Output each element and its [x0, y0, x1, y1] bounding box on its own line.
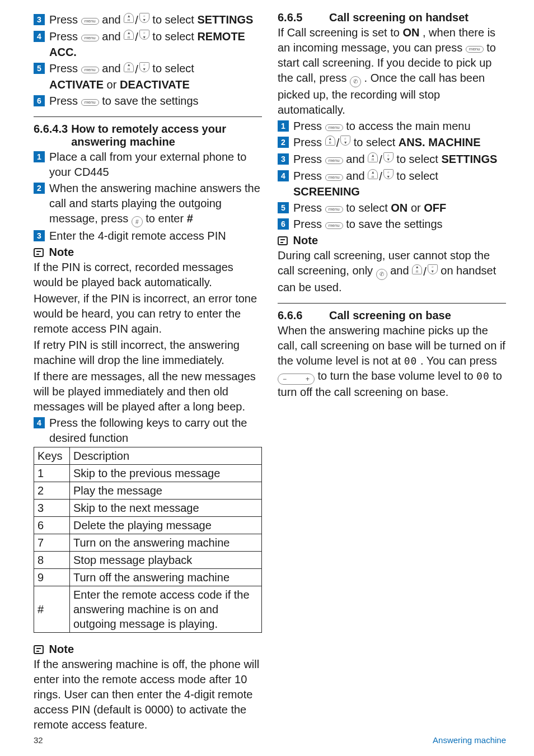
hs-step-5: 5 Press menu to select ON or OFF: [278, 200, 506, 216]
note-label: Note: [49, 246, 74, 258]
section-6-6-6: 6.6.6 Call screening on base: [278, 309, 506, 322]
note-text: During call screening, user cannot stop …: [278, 248, 506, 295]
step-number: 4: [278, 170, 289, 181]
step-number: 3: [34, 14, 45, 25]
step-number: 1: [278, 120, 289, 132]
text: to select: [152, 30, 197, 43]
menu-icon: menu: [81, 18, 99, 25]
note-heading: Note: [34, 246, 262, 259]
text: to select: [152, 62, 194, 74]
text: and: [102, 62, 124, 74]
section-title: Call screening on base: [329, 309, 451, 322]
header-keys: Keys: [34, 447, 70, 465]
table-header-row: Keys Description: [34, 447, 262, 465]
step-6: 6 Press menu to save the settings: [34, 94, 262, 109]
text: to select: [152, 13, 197, 26]
text: Press: [49, 62, 81, 74]
note-icon: [34, 248, 44, 257]
hs-step-6: 6 Press menu to save the settings: [278, 217, 506, 232]
up-down-icon: ▲R/⌕▼: [412, 264, 438, 279]
target: SETTINGS: [197, 13, 253, 26]
step-number: 6: [34, 95, 45, 106]
intro-text: If Call screening is set to ON , when th…: [278, 25, 506, 118]
header-desc: Description: [70, 447, 262, 465]
table-row: 9Turn off the answering machine: [34, 569, 262, 586]
remote-step-4: 4 Press the following keys to carry out …: [34, 416, 262, 446]
hs-step-3: 3 Press menu and ▲R/⌕▼ to select SETTING…: [278, 152, 506, 167]
menu-icon: menu: [466, 46, 484, 53]
step-number: 2: [278, 137, 289, 148]
table-row: 7Turn on the answering machine: [34, 534, 262, 552]
step-5: 5 Press menu and ▲R/⌕▼ to select ACTIVAT…: [34, 61, 262, 92]
menu-icon: menu: [325, 206, 343, 213]
page-footer: 32 Answering machine: [34, 735, 506, 745]
section-number: 6.6.6: [278, 309, 324, 322]
call-icon: ✆: [376, 269, 387, 280]
menu-icon: menu: [81, 35, 99, 41]
text: Place a call from your external phone to…: [49, 150, 262, 180]
up-down-icon: ▲R/⌕▼: [325, 136, 351, 151]
text: to save the settings: [102, 95, 198, 107]
text: Press the following keys to carry out th…: [49, 416, 262, 446]
remote-step-1: 1 Place a call from your external phone …: [34, 150, 262, 180]
target: ACTIVATE: [49, 78, 104, 91]
target: DEACTIVATE: [120, 78, 190, 91]
table-row: 1Skip to the previous message: [34, 465, 262, 482]
left-column: 3 Press menu and ▲R/⌕▼ to select SETTING…: [34, 11, 262, 734]
section-title: How to remotely access your answering ma…: [71, 123, 262, 148]
note-heading: Note: [278, 234, 506, 247]
volume-rocker-icon: −+: [278, 374, 315, 385]
note-label: Note: [49, 643, 74, 655]
table-row: 2Play the message: [34, 482, 262, 500]
table-row: 6Delete the playing message: [34, 517, 262, 534]
text: Enter the 4-digit remote access PIN: [49, 228, 262, 244]
text: Press: [49, 95, 81, 107]
step-number: 3: [278, 153, 289, 165]
up-down-icon: ▲R/⌕▼: [368, 169, 394, 184]
keys-table: Keys Description 1Skip to the previous m…: [34, 447, 262, 633]
menu-icon: menu: [81, 67, 99, 73]
footer-label: Answering machine: [433, 735, 506, 745]
step-number: 1: [34, 151, 45, 162]
menu-icon: menu: [325, 157, 343, 164]
menu-icon: menu: [325, 124, 343, 131]
note-icon: [34, 645, 44, 654]
volume-value: 00: [476, 370, 490, 382]
text: Press: [49, 13, 81, 26]
up-down-icon: ▲R/⌕▼: [368, 152, 394, 167]
section-6-6-4-3: 6.6.4.3 How to remotely access your answ…: [34, 123, 262, 148]
text: Press: [49, 30, 81, 43]
note-heading: Note: [34, 643, 262, 656]
step-3: 3 Press menu and ▲R/⌕▼ to select SETTING…: [34, 12, 262, 28]
body-text: When the answering machine picks up the …: [278, 323, 506, 400]
note-text: If retry PIN is still incorrect, the ans…: [34, 338, 262, 368]
note-text: If the PIN is correct, recorded messages…: [34, 260, 262, 290]
text: and: [102, 30, 124, 43]
text: to enter: [146, 212, 186, 225]
remote-step-3: 3 Enter the 4-digit remote access PIN: [34, 228, 262, 244]
up-down-icon: ▲R/⌕▼: [124, 30, 149, 45]
menu-icon: menu: [81, 99, 99, 106]
table-row: #Enter the remote access code if the ans…: [34, 586, 262, 633]
table-row: 8Stop message playback: [34, 552, 262, 569]
section-title: Call screening on handset: [329, 11, 469, 24]
hs-step-2: 2 Press ▲R/⌕▼ to select ANS. MACHINE: [278, 135, 506, 151]
step-number: 6: [278, 218, 289, 230]
divider: [34, 116, 262, 117]
remote-step-2: 2 When the answering machine answers the…: [34, 181, 262, 228]
step-number: 2: [34, 183, 45, 194]
step-number: 4: [34, 31, 45, 42]
step-number: 5: [278, 202, 289, 213]
section-number: 6.6.5: [278, 11, 324, 24]
note-text: If there are messages, all the new messa…: [34, 369, 262, 414]
note-text: If the answering machine is off, the pho…: [34, 657, 262, 732]
step-4: 4 Press menu and ▲R/⌕▼ to select REMOTE …: [34, 29, 262, 60]
hs-step-1: 1 Press menu to access the main menu: [278, 119, 506, 134]
right-column: 6.6.5 Call screening on handset If Call …: [278, 11, 506, 734]
table-row: 3Skip to the next message: [34, 500, 262, 517]
note-icon: [278, 236, 288, 245]
step-number: 5: [34, 63, 45, 74]
menu-icon: menu: [325, 222, 343, 229]
hash-key-icon: #: [132, 216, 143, 227]
menu-icon: menu: [325, 174, 343, 181]
